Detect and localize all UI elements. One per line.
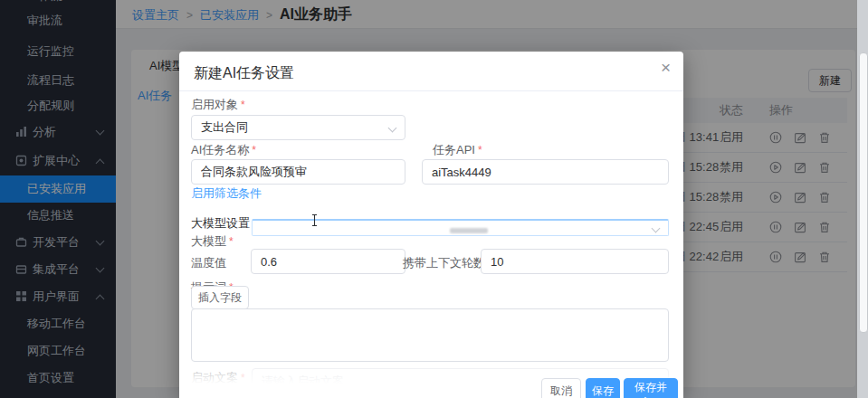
task-name-label: AI任务名称 <box>191 142 256 158</box>
new-ai-task-dialog: 新建AI任务设置 × 启用对象 支出合同 AI任务名称 任务API 启用筛选条件… <box>179 52 683 398</box>
chevron-down-icon <box>388 124 397 133</box>
model-label: 大模型 <box>191 233 234 250</box>
text-cursor-icon <box>310 213 319 227</box>
prompt-textarea[interactable] <box>191 308 669 362</box>
enable-target-label: 启用对象 <box>191 97 245 113</box>
model-section-label: 大模型设置 <box>191 215 250 232</box>
enable-target-value: 支出合同 <box>201 120 248 134</box>
enable-filter-link[interactable]: 启用筛选条件 <box>191 185 262 202</box>
app-root: 工作流审批流运行监控流程日志分配规则分析扩展中心已安装应用信息推送开发平台集成平… <box>0 0 868 398</box>
task-api-label: 任务API <box>433 142 482 158</box>
save-and-enable-button[interactable]: 保存并启用 <box>624 378 678 398</box>
cancel-button[interactable]: 取消 <box>541 378 581 398</box>
scrollbar-thumb[interactable] <box>859 52 868 333</box>
close-icon[interactable]: × <box>661 59 671 76</box>
enable-target-select[interactable]: 支出合同 <box>191 115 405 140</box>
task-name-input[interactable] <box>191 159 405 185</box>
task-api-input[interactable] <box>422 159 669 185</box>
insert-field-button[interactable]: 插入字段 <box>191 286 249 309</box>
context-rounds-label: 携带上下文轮数 <box>403 255 492 271</box>
temperature-label: 温度值 <box>191 255 226 271</box>
context-rounds-input[interactable] <box>481 249 669 274</box>
save-button[interactable]: 保存 <box>586 378 620 398</box>
dialog-title: 新建AI任务设置 <box>194 64 294 83</box>
temperature-input[interactable] <box>251 249 405 274</box>
model-select-fading-option <box>450 228 488 233</box>
dialog-divider <box>179 90 683 91</box>
chevron-down-icon <box>652 224 661 233</box>
scrollbar-track <box>857 0 868 398</box>
